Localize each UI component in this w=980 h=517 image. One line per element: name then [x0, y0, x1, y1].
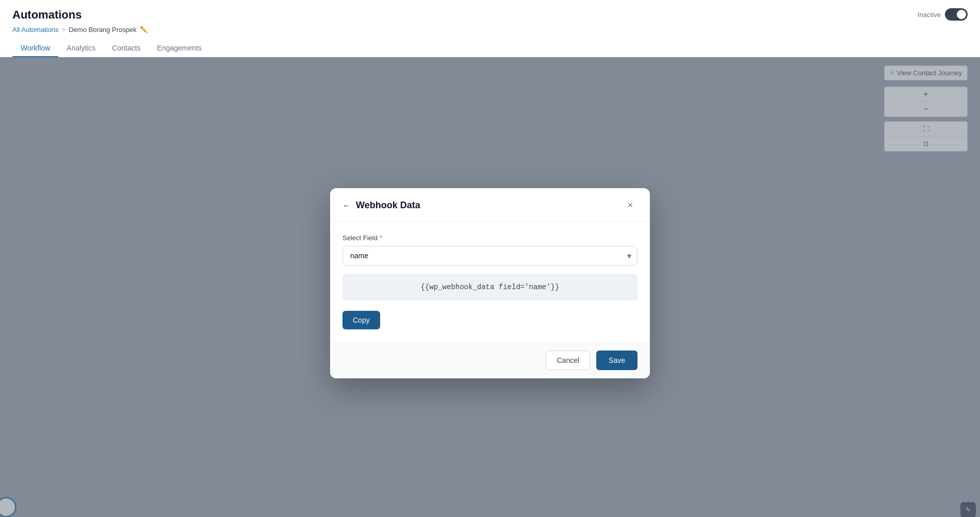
modal-close-button[interactable]: × — [623, 198, 638, 213]
webhook-data-modal: ← Webhook Data × Select Field * name ema… — [330, 188, 650, 378]
tab-workflow[interactable]: Workflow — [12, 40, 58, 57]
select-field-label-text: Select Field — [342, 234, 378, 242]
select-field-label: Select Field * — [342, 234, 638, 242]
top-right-controls: Inactive — [918, 8, 968, 21]
status-label: Inactive — [918, 11, 941, 19]
select-field-wrapper: name email phone ▾ — [342, 246, 638, 265]
breadcrumb-current: Demo Borang Prospek — [69, 26, 137, 34]
tabs: Workflow Analytics Contacts Engagements — [12, 40, 968, 57]
app-title: Automations — [12, 8, 968, 22]
toggle-knob — [957, 10, 966, 19]
tab-contacts[interactable]: Contacts — [104, 40, 149, 57]
edit-icon[interactable]: ✏️ — [140, 26, 148, 34]
back-arrow-button[interactable]: ← — [342, 201, 351, 210]
main-content: ⑂ View Contact Journey + − ⛶ ⊡ ⚡ Acti — [0, 57, 980, 517]
top-bar: Inactive Automations All Automations > D… — [0, 0, 980, 57]
cancel-button[interactable]: Cancel — [546, 351, 590, 370]
modal-footer: Cancel Save — [330, 342, 650, 378]
required-indicator: * — [380, 234, 382, 242]
modal-body: Select Field * name email phone ▾ {{wp_w… — [330, 222, 650, 342]
tab-analytics[interactable]: Analytics — [58, 40, 104, 57]
breadcrumb: All Automations > Demo Borang Prospek ✏️ — [12, 26, 968, 34]
select-field-input[interactable]: name email phone — [342, 246, 638, 265]
webhook-code-display: {{wp_webhook_data field='name'}} — [342, 274, 638, 301]
modal-header-left: ← Webhook Data — [342, 200, 420, 211]
save-button[interactable]: Save — [596, 351, 638, 370]
breadcrumb-all-automations[interactable]: All Automations — [12, 26, 59, 34]
status-toggle[interactable] — [945, 8, 968, 21]
tab-engagements[interactable]: Engagements — [149, 40, 210, 57]
modal-header: ← Webhook Data × — [330, 188, 650, 222]
breadcrumb-separator: > — [62, 26, 66, 34]
copy-button[interactable]: Copy — [342, 311, 380, 329]
modal-title: Webhook Data — [356, 200, 420, 211]
